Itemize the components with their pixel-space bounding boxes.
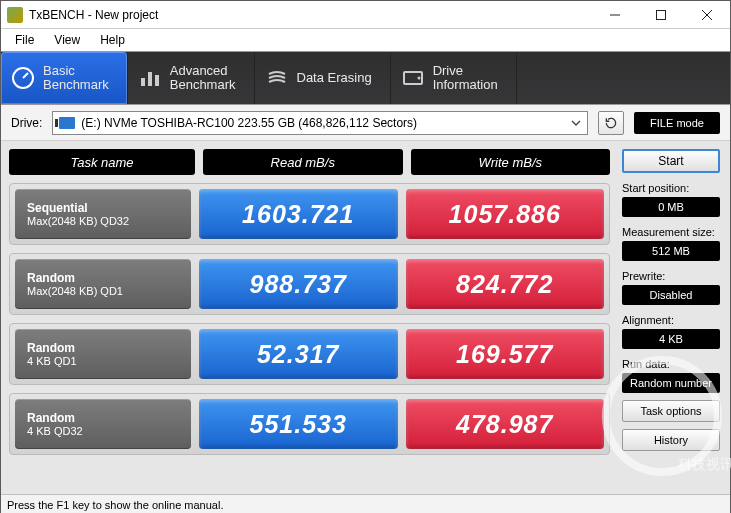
menu-bar: File View Help bbox=[1, 29, 730, 51]
measurement-size-label: Measurement size: bbox=[622, 226, 720, 238]
maximize-button[interactable] bbox=[638, 1, 684, 29]
bench-row: Sequential Max(2048 KB) QD32 1603.721 10… bbox=[9, 183, 610, 245]
write-value: 169.577 bbox=[406, 329, 605, 379]
window-title: TxBENCH - New project bbox=[29, 8, 592, 22]
refresh-button[interactable] bbox=[598, 111, 624, 135]
prewrite-button[interactable]: Disabled bbox=[622, 285, 720, 305]
tab-label: Advanced Benchmark bbox=[170, 64, 236, 93]
write-value: 1057.886 bbox=[406, 189, 605, 239]
drive-device-icon bbox=[59, 117, 75, 129]
header-task: Task name bbox=[9, 149, 195, 175]
tab-label: Basic Benchmark bbox=[43, 64, 109, 93]
task-sub: Max(2048 KB) QD32 bbox=[27, 215, 191, 227]
bars-icon bbox=[138, 66, 162, 90]
status-bar: Press the F1 key to show the online manu… bbox=[1, 494, 730, 513]
write-value: 824.772 bbox=[406, 259, 605, 309]
column-headers: Task name Read mB/s Write mB/s bbox=[9, 149, 610, 175]
menu-help[interactable]: Help bbox=[92, 31, 133, 49]
task-name: Sequential bbox=[27, 201, 191, 215]
refresh-icon bbox=[604, 116, 618, 130]
alignment-button[interactable]: 4 KB bbox=[622, 329, 720, 349]
task-name: Random bbox=[27, 271, 191, 285]
minimize-button[interactable] bbox=[592, 1, 638, 29]
task-button-sequential-qd32[interactable]: Sequential Max(2048 KB) QD32 bbox=[15, 189, 191, 239]
menu-file[interactable]: File bbox=[7, 31, 42, 49]
read-value: 988.737 bbox=[199, 259, 398, 309]
task-sub: Max(2048 KB) QD1 bbox=[27, 285, 191, 297]
tab-drive-information[interactable]: Drive Information bbox=[391, 52, 517, 104]
svg-rect-6 bbox=[141, 78, 145, 86]
side-panel: Start Start position: 0 MB Measurement s… bbox=[618, 141, 730, 494]
drive-label: Drive: bbox=[11, 116, 42, 130]
menu-view[interactable]: View bbox=[46, 31, 88, 49]
svg-rect-8 bbox=[155, 75, 159, 86]
measurement-size-button[interactable]: 512 MB bbox=[622, 241, 720, 261]
read-value: 551.533 bbox=[199, 399, 398, 449]
run-data-label: Run data: bbox=[622, 358, 720, 370]
file-mode-button[interactable]: FILE mode bbox=[634, 112, 720, 134]
header-read: Read mB/s bbox=[203, 149, 403, 175]
alignment-label: Alignment: bbox=[622, 314, 720, 326]
close-button[interactable] bbox=[684, 1, 730, 29]
drive-select-value: (E:) NVMe TOSHIBA-RC100 223.55 GB (468,8… bbox=[81, 116, 417, 130]
read-value: 52.317 bbox=[199, 329, 398, 379]
tab-data-erasing[interactable]: Data Erasing bbox=[255, 52, 391, 104]
prewrite-label: Prewrite: bbox=[622, 270, 720, 282]
drive-row: Drive: (E:) NVMe TOSHIBA-RC100 223.55 GB… bbox=[1, 105, 730, 141]
svg-line-5 bbox=[23, 73, 28, 78]
tab-advanced-benchmark[interactable]: Advanced Benchmark bbox=[128, 52, 255, 104]
chevron-down-icon bbox=[571, 118, 581, 128]
ribbon-tabs: Basic Benchmark Advanced Benchmark Data … bbox=[1, 51, 730, 105]
gauge-icon bbox=[11, 66, 35, 90]
title-bar: TxBENCH - New project bbox=[1, 1, 730, 29]
task-options-button[interactable]: Task options bbox=[622, 400, 720, 422]
tab-label: Data Erasing bbox=[297, 71, 372, 85]
svg-rect-7 bbox=[148, 72, 152, 86]
header-write: Write mB/s bbox=[411, 149, 611, 175]
start-position-button[interactable]: 0 MB bbox=[622, 197, 720, 217]
bench-row: Random 4 KB QD32 551.533 478.987 bbox=[9, 393, 610, 455]
app-icon bbox=[7, 7, 23, 23]
task-sub: 4 KB QD32 bbox=[27, 425, 191, 437]
task-name: Random bbox=[27, 341, 191, 355]
run-data-button[interactable]: Random number bbox=[622, 373, 720, 393]
task-button-random-max-qd1[interactable]: Random Max(2048 KB) QD1 bbox=[15, 259, 191, 309]
drive-icon bbox=[401, 66, 425, 90]
drive-select[interactable]: (E:) NVMe TOSHIBA-RC100 223.55 GB (468,8… bbox=[52, 111, 588, 135]
start-position-label: Start position: bbox=[622, 182, 720, 194]
tab-label: Drive Information bbox=[433, 64, 498, 93]
bench-row: Random 4 KB QD1 52.317 169.577 bbox=[9, 323, 610, 385]
tab-basic-benchmark[interactable]: Basic Benchmark bbox=[1, 52, 128, 104]
history-button[interactable]: History bbox=[622, 429, 720, 451]
benchmark-panel: Task name Read mB/s Write mB/s Sequentia… bbox=[1, 141, 618, 494]
status-text: Press the F1 key to show the online manu… bbox=[7, 499, 223, 511]
task-button-random-4k-qd1[interactable]: Random 4 KB QD1 bbox=[15, 329, 191, 379]
svg-rect-1 bbox=[657, 10, 666, 19]
read-value: 1603.721 bbox=[199, 189, 398, 239]
erase-icon bbox=[265, 66, 289, 90]
task-button-random-4k-qd32[interactable]: Random 4 KB QD32 bbox=[15, 399, 191, 449]
task-name: Random bbox=[27, 411, 191, 425]
start-button[interactable]: Start bbox=[622, 149, 720, 173]
svg-point-10 bbox=[417, 77, 420, 80]
task-sub: 4 KB QD1 bbox=[27, 355, 191, 367]
bench-row: Random Max(2048 KB) QD1 988.737 824.772 bbox=[9, 253, 610, 315]
write-value: 478.987 bbox=[406, 399, 605, 449]
